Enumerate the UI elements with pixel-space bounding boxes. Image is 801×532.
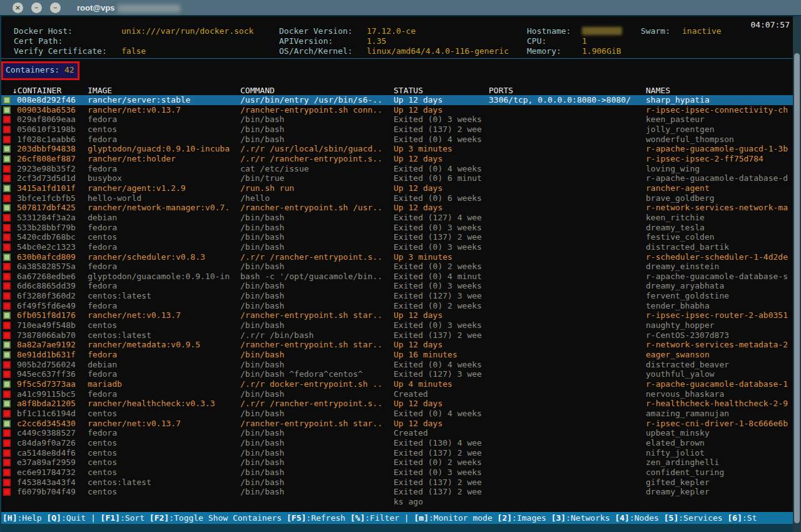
maximize-button[interactable]: − (50, 3, 61, 13)
container-id: c84da9f0a726 (17, 438, 76, 448)
container-table-body: 008e8d292f46rancher/server:stable/usr/bi… (1, 95, 793, 507)
container-name: r-apache-guacamole-database-s (646, 272, 788, 282)
table-row[interactable]: 945ec637ff36fedora/bin/bash ^fedora^cent… (1, 369, 793, 379)
container-id: 009034ba6536 (17, 105, 76, 115)
container-name: brave_goldberg (646, 193, 788, 203)
container-image: centos:latest (88, 330, 238, 340)
table-row[interactable]: bf1c11c6194dcentos/bin/bashExited (0) 4 … (1, 409, 793, 419)
container-name: fervent_goldstine (646, 291, 788, 301)
table-row[interactable]: 8e91dd1b631ffedora/bin/bashUp 16 minutes… (1, 350, 793, 360)
table-row[interactable]: f6079b704f49centos/bin/bashExited (137) … (1, 487, 793, 497)
container-id: 3bfce1fcbfb5 (17, 193, 76, 203)
container-name: jolly_roentgen (646, 125, 788, 135)
container-id: bf1c11c6194d (17, 409, 76, 419)
stopped-status-icon (3, 195, 11, 202)
container-status: Exited (137) 2 wee (394, 487, 487, 497)
table-row[interactable]: 3bfce1fcbfb5hello-world/helloExited (0) … (1, 193, 793, 203)
table-row[interactable]: 9f5c5d7373aamariadb/.r/r docker-entrypoi… (1, 379, 793, 389)
table-row[interactable]: ec6e91784732centos/bin/bashExited (0) 3 … (1, 468, 793, 478)
container-image: fedora (88, 428, 238, 438)
table-row[interactable]: 203dbbf94838glyptodon/guacd:0.9.10-incub… (1, 144, 793, 154)
container-image: fedora (88, 223, 238, 233)
table-row[interactable]: 009034ba6536rancher/net:v0.13.7/rancher-… (1, 105, 793, 115)
container-command: /.r/r /bin/bash (240, 330, 392, 340)
statusbar-key-hint: [4] (615, 513, 629, 523)
table-row[interactable]: 2cf3d73d5d1dbusybox/bin/trueExited (0) 6… (1, 173, 793, 183)
table-row[interactable]: 029af8069eaafedora/bin/bashExited (0) 3 … (1, 115, 793, 125)
table-row[interactable]: 2923e98b35f2fedoracat /etc/issueExited (… (1, 164, 793, 174)
container-status: Exited (0) 3 weeks (394, 468, 487, 478)
container-status: Up 12 days (394, 95, 487, 105)
cpu-value: 1 (582, 36, 587, 46)
docker-version-label: Docker Version: (279, 26, 352, 36)
table-row[interactable]: 73878066ab70centos:latest/.r/r /bin/bash… (1, 330, 793, 340)
table-row[interactable]: a41c99115bc5fedora/bin/bashCreatednervou… (1, 389, 793, 399)
statusbar-hint-label: :Toggle Show Containers (169, 513, 287, 523)
table-row[interactable]: 6f3280f360d2centos:latest/bin/bashExited… (1, 291, 793, 301)
container-name: elated_brown (646, 438, 788, 448)
minimize-button[interactable]: − (31, 3, 42, 13)
table-row[interactable]: 710ea49f548bcentos/bin/bashExited (0) 3 … (1, 320, 793, 330)
table-row[interactable]: 3415a1fd101francher/agent:v1.2.9/run.sh … (1, 183, 793, 193)
table-row[interactable]: 6d6c8865dd39fedora/bin/bashExited (0) 3 … (1, 281, 793, 291)
container-image: rancher/agent:v1.2.9 (88, 183, 238, 193)
stopped-status-icon (3, 263, 11, 270)
scrollbar[interactable] (793, 16, 801, 532)
table-row[interactable]: 630b0afcd809rancher/scheduler:v0.8.3/.r/… (1, 252, 793, 262)
container-command: /.r/r /rancher-entrypoint.s.. (240, 252, 392, 262)
running-status-icon (3, 145, 11, 153)
window-titlebar[interactable]: ✕ − − root@vps (0, 0, 801, 16)
container-id: c449c9388527 (17, 428, 76, 438)
container-command: /usr/bin/entry /usr/bin/s6-.. (240, 95, 392, 105)
container-status: Up 12 days (394, 399, 487, 409)
statusbar-key-hint: [H] (3, 513, 17, 523)
container-status: Exited (137) 2 wee (394, 448, 487, 458)
statusbar-hint-label: :Nodes (630, 513, 664, 523)
container-id: 73878066ab70 (17, 330, 76, 340)
table-row[interactable]: ks ago (1, 497, 793, 507)
container-status: Exited (0) 6 minut (394, 173, 487, 183)
table-row[interactable]: 5331284f3a2adebian/bin/bashExited (127) … (1, 213, 793, 223)
container-name: dreamy_tesla (646, 223, 788, 233)
table-row[interactable]: 6f49f5fd6e49fedora/bin/bashExited (0) 2 … (1, 301, 793, 311)
container-id: 54bc0e2c1323 (17, 242, 76, 252)
container-image: centos (88, 487, 238, 497)
table-row[interactable]: 8a82a7ae9192rancher/metadata:v0.9.5/ranc… (1, 340, 793, 350)
statusbar-hint-label: :Quit | (61, 513, 101, 523)
column-header-ports: PORTS (489, 86, 513, 95)
table-row[interactable]: 1f028c1eabb6fedora/bin/bashExited (0) 4 … (1, 135, 793, 145)
container-name: r-apache-guacamole-guacd-1-3b (646, 144, 788, 154)
container-status: Exited (137) 2 wee (394, 125, 487, 135)
container-image: hello-world (88, 193, 238, 203)
table-row[interactable]: f453843a43f4centos:latest/bin/bashExited… (1, 478, 793, 488)
container-id: ca5148e8d4f6 (17, 448, 76, 458)
stopped-status-icon (3, 449, 11, 457)
table-row[interactable]: 008e8d292f46rancher/server:stable/usr/bi… (1, 95, 793, 105)
table-row[interactable]: 6a385828575afedora/bin/bashExited (0) 2 … (1, 262, 793, 272)
header-separator (1, 58, 794, 59)
running-status-icon (3, 106, 11, 114)
container-command: /bin/bash (240, 487, 392, 497)
scrollbar-thumb[interactable] (794, 53, 800, 523)
table-row[interactable]: 050610f3198bcentos/bin/bashExited (137) … (1, 125, 793, 135)
table-row[interactable]: e37a89af2959centos/bin/bashExited (0) 2 … (1, 458, 793, 468)
table-row[interactable]: a8f8bda21205rancher/healthcheck:v0.3.3/.… (1, 399, 793, 409)
container-image: centos (88, 125, 238, 135)
table-row[interactable]: c84da9f0a726centos/bin/bashExited (130) … (1, 438, 793, 448)
table-row[interactable]: c2cc6d345430rancher/net:v0.13.7/rancher-… (1, 419, 793, 429)
container-name: r-ipsec-cni-driver-1-8c666e6b (646, 419, 788, 429)
table-row[interactable]: 507817dbf425rancher/network-manager:v0.7… (1, 203, 793, 213)
table-row[interactable]: 26cf808ef887rancher/net:holder/.r/r /ran… (1, 154, 793, 164)
table-row[interactable]: 533b28bbf79bfedora/bin/bashExited (0) 3 … (1, 223, 793, 233)
stopped-status-icon (3, 292, 11, 300)
table-row[interactable]: 5420cdb768bccentos/bin/bashExited (137) … (1, 232, 793, 242)
container-status: Exited (0) 4 weeks (394, 164, 487, 174)
table-row[interactable]: ca5148e8d4f6centos/bin/bashExited (137) … (1, 448, 793, 458)
table-row[interactable]: 905b2d756024debian/bin/bashExited (0) 4 … (1, 360, 793, 370)
container-status: Up 3 minutes (394, 144, 487, 154)
table-row[interactable]: 6fb051f8d176rancher/net:v0.13.7/rancher-… (1, 310, 793, 320)
table-row[interactable]: 6a67268edbe6glyptodon/guacamole:0.9.10-i… (1, 272, 793, 282)
table-row[interactable]: 54bc0e2c1323fedora/bin/bashExited (0) 3 … (1, 242, 793, 252)
table-row[interactable]: c449c9388527fedora/bin/bashCreatedupbeat… (1, 428, 793, 438)
close-button[interactable]: ✕ (13, 3, 23, 13)
